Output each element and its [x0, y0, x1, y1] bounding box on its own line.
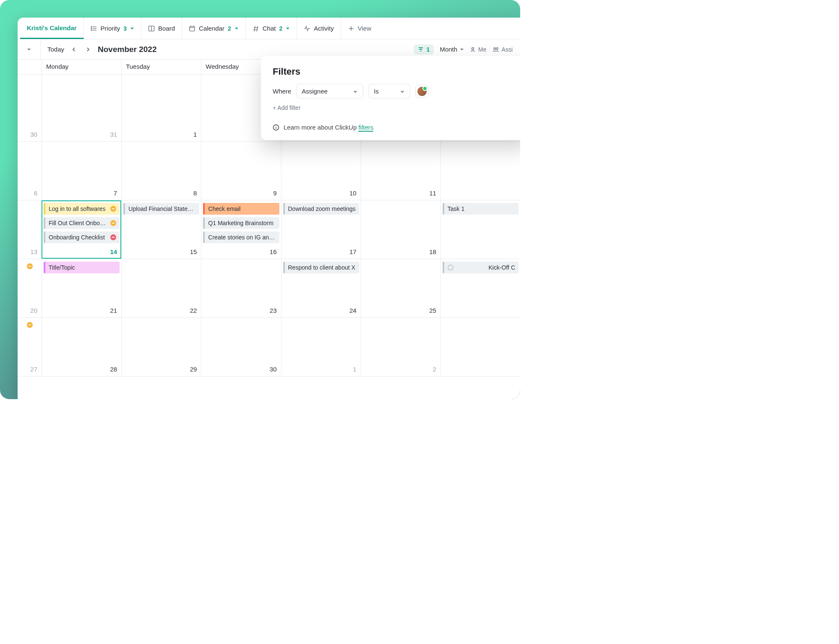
app-window: Kristi's Calendar Priority 3 Board [18, 18, 520, 399]
calendar-cell[interactable]: Check emailQ1 Marketing BrainstormCreate… [201, 200, 281, 259]
calendar-cell[interactable] [440, 142, 520, 200]
cell-date: 9 [273, 190, 276, 197]
task-card[interactable]: Title/Topic [44, 262, 120, 273]
svg-rect-15 [28, 266, 31, 267]
board-icon [148, 25, 155, 32]
calendar-cell[interactable]: Title/Topic21 [42, 259, 121, 317]
calendar-cell[interactable] [440, 318, 520, 376]
task-card[interactable]: Fill Out Client Onboarding Fo [44, 217, 120, 229]
calendar-cell[interactable]: 29 [121, 318, 201, 376]
today-button[interactable]: Today [47, 46, 64, 53]
cell-date: 14 [110, 248, 117, 255]
task-card[interactable]: Q1 Marketing Brainstorm [203, 217, 279, 229]
calendar-cell[interactable]: Kick-Off C [440, 259, 520, 317]
tab-priority[interactable]: Priority 3 [84, 18, 141, 39]
tab-label: Board [158, 25, 175, 32]
expand-toggle-icon[interactable] [24, 45, 34, 54]
task-card[interactable]: Create stories on IG and promo [203, 231, 279, 243]
calendar-icon [189, 25, 195, 32]
view-tabs: Kristi's Calendar Priority 3 Board [18, 18, 520, 39]
gutter-date: 13 [30, 248, 37, 255]
task-card[interactable]: Kick-Off C [443, 262, 519, 273]
filter-count-pill[interactable]: 1 [414, 44, 434, 55]
calendar-cell[interactable]: 2 [361, 318, 440, 376]
cell-date: 7 [114, 190, 117, 197]
calendar-cell[interactable]: Upload Financial Statements15 [121, 200, 201, 259]
chevron-down-icon [353, 89, 358, 94]
calendar-cell[interactable]: 8 [121, 142, 201, 200]
add-filter-button[interactable]: + Add filter [273, 104, 517, 111]
viewmode-select[interactable]: Month [440, 46, 464, 53]
tab-calendar[interactable]: Calendar 2 [182, 18, 246, 39]
calendar-cell[interactable]: 22 [121, 259, 201, 317]
tab-label: Calendar [199, 25, 224, 32]
calendar-cell[interactable]: 28 [42, 318, 121, 376]
calendar-cell[interactable]: 18 [361, 200, 440, 259]
status-icon [27, 322, 33, 328]
day-header: Monday [42, 60, 121, 74]
avatar-icon [417, 87, 427, 96]
prev-month-button[interactable] [69, 45, 78, 54]
calendar-cell[interactable]: 31 [42, 75, 121, 141]
tab-label: Priority [101, 25, 120, 32]
learn-link[interactable]: filters [358, 124, 373, 132]
calendar-cell[interactable]: 1 [281, 318, 361, 376]
filter-field-select[interactable]: Assignee [296, 84, 363, 99]
task-card[interactable]: Task 1 [443, 203, 519, 215]
calendar-cell[interactable]: Respond to client about X24 [281, 259, 361, 317]
svg-rect-4 [190, 26, 195, 31]
status-icon [110, 220, 116, 226]
calendar-cell[interactable]: Log in to all softwaresFill Out Client O… [42, 200, 121, 259]
svg-rect-18 [28, 325, 31, 325]
calendar-cell[interactable]: 7 [42, 142, 121, 200]
me-label: Me [478, 46, 486, 53]
filter-icon [418, 47, 424, 52]
gutter-date: 30 [30, 131, 37, 138]
tab-activity[interactable]: Activity [297, 18, 341, 39]
calendar-cell[interactable]: 30 [201, 318, 281, 376]
task-label: Fill Out Client Onboarding Fo [49, 220, 108, 226]
chevron-down-icon [286, 26, 290, 31]
task-card[interactable]: Onboarding Checklist [44, 231, 120, 243]
week-gutter: 27 [18, 318, 42, 376]
task-card[interactable]: Log in to all softwares [44, 203, 120, 215]
tab-label: Kristi's Calendar [27, 24, 77, 31]
calendar-cell[interactable]: 25 [361, 259, 440, 317]
where-label: Where [273, 88, 291, 95]
next-month-button[interactable] [83, 45, 93, 54]
tab-label: Activity [314, 25, 334, 32]
week-gutter: 6 [18, 142, 42, 200]
calendar-cell[interactable]: 11 [361, 142, 440, 200]
tab-count: 2 [228, 25, 231, 32]
chevron-down-icon [460, 47, 464, 52]
add-view-button[interactable]: View [341, 18, 378, 39]
week-gutter: 30 [18, 75, 42, 141]
cell-date: 25 [429, 307, 436, 314]
filter-value-assignee[interactable] [415, 85, 429, 98]
svg-point-7 [496, 47, 498, 49]
filter-operator-select[interactable]: Is [368, 84, 410, 99]
calendar-cell[interactable]: 9 [201, 142, 281, 200]
tab-chat[interactable]: Chat 2 [246, 18, 297, 39]
task-card[interactable]: Respond to client about X [283, 262, 359, 273]
tab-board[interactable]: Board [141, 18, 182, 39]
task-label: Title/Topic [49, 264, 75, 271]
filter-field-value: Assignee [302, 88, 328, 95]
assignees-filter-button[interactable]: Assi [492, 46, 513, 53]
task-card[interactable]: Check email [203, 203, 279, 215]
info-icon [273, 124, 279, 131]
calendar-cell[interactable]: 23 [201, 259, 281, 317]
task-card[interactable]: Upload Financial Statements [123, 203, 199, 215]
cell-date: 10 [349, 190, 357, 197]
gutter-date: 27 [30, 366, 37, 373]
task-card[interactable]: Download zoom meetings [283, 203, 359, 215]
task-label: Download zoom meetings [288, 205, 356, 212]
calendar-cell[interactable]: 1 [121, 75, 201, 141]
me-filter-button[interactable]: Me [470, 46, 486, 53]
chevron-down-icon [400, 89, 405, 94]
tab-kristis-calendar[interactable]: Kristi's Calendar [20, 18, 84, 39]
calendar-cell[interactable]: 10 [281, 142, 361, 200]
cell-date: 1 [353, 366, 356, 373]
calendar-cell[interactable]: Download zoom meetings17 [281, 200, 361, 259]
calendar-cell[interactable]: Task 1 [440, 200, 520, 259]
